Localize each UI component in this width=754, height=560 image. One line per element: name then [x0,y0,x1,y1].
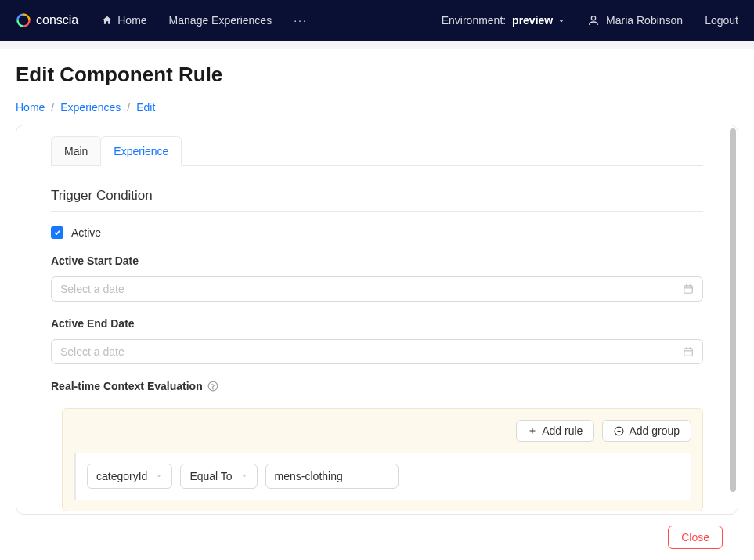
breadcrumb-edit[interactable]: Edit [136,101,155,114]
user-menu[interactable]: Maria Robinson [587,14,683,27]
end-date-placeholder: Select a date [60,345,124,358]
page-title: Edit Component Rule [16,63,738,87]
plus-icon [528,426,537,435]
nav-home[interactable]: Home [102,14,146,27]
sub-bar [0,41,754,49]
start-date-placeholder: Select a date [60,283,124,295]
tabs: Main Experience [51,136,703,166]
end-date-label: Active End Date [51,317,703,330]
rule-field-value: categoryId [96,470,147,482]
rule-builder: Add rule Add group categoryId [62,408,703,511]
start-date-input[interactable]: Select a date [51,276,703,302]
calendar-icon [683,284,694,294]
start-date-label: Active Start Date [51,255,703,267]
add-group-label: Add group [629,425,680,437]
scrollbar-thumb[interactable] [730,128,736,492]
chevron-down-icon [155,472,163,480]
rule-row: categoryId Equal To [74,453,691,500]
rule-field-select[interactable]: categoryId [87,464,172,489]
add-rule-label: Add rule [542,425,583,437]
top-nav: conscia Home Manage Experiences ··· Envi… [0,0,754,41]
tab-main[interactable]: Main [51,136,101,165]
add-rule-button[interactable]: Add rule [516,420,594,442]
breadcrumb-separator: / [51,101,54,114]
home-icon [102,15,113,26]
rule-operator-value: Equal To [189,470,232,482]
close-button[interactable]: Close [668,526,723,549]
logout-link[interactable]: Logout [705,14,738,27]
rule-operator-select[interactable]: Equal To [180,464,257,489]
breadcrumb: Home / Experiences / Edit [16,101,738,114]
plus-circle-icon [614,426,624,436]
user-icon [587,14,600,27]
end-date-input[interactable]: Select a date [51,339,703,364]
add-group-button[interactable]: Add group [602,420,691,442]
user-name: Maria Robinson [606,14,683,27]
chevron-down-icon [240,472,248,480]
brand-logo[interactable]: conscia [16,13,78,28]
breadcrumb-separator: / [127,101,130,114]
nav-home-label: Home [117,14,146,27]
svg-rect-5 [684,286,693,293]
check-icon [53,229,61,237]
breadcrumb-home[interactable]: Home [16,101,45,114]
env-value: preview [512,14,553,27]
rule-value-input[interactable] [265,464,399,489]
section-trigger-title: Trigger Condition [51,188,703,212]
nav-more-icon[interactable]: ··· [294,14,308,27]
brand-text: conscia [36,13,78,27]
svg-rect-9 [684,349,693,356]
active-label: Active [71,226,101,239]
help-icon[interactable] [207,381,218,392]
environment-selector[interactable]: Environment: preview [442,14,565,27]
breadcrumb-experiences[interactable]: Experiences [60,101,121,114]
nav-manage-label: Manage Experiences [169,14,272,27]
brand-icon [16,13,31,28]
scrollbar[interactable] [730,128,736,511]
calendar-icon [683,346,694,357]
tab-experience[interactable]: Experience [100,136,182,166]
rtce-label: Real-time Context Evaluation [51,380,203,392]
active-checkbox[interactable] [51,226,63,239]
env-label: Environment: [442,14,506,27]
svg-point-14 [212,388,213,389]
svg-point-4 [591,16,595,20]
caret-down-icon [557,17,565,25]
edit-panel: Main Experience Trigger Condition Active… [16,125,738,515]
nav-manage-experiences[interactable]: Manage Experiences [169,14,272,27]
